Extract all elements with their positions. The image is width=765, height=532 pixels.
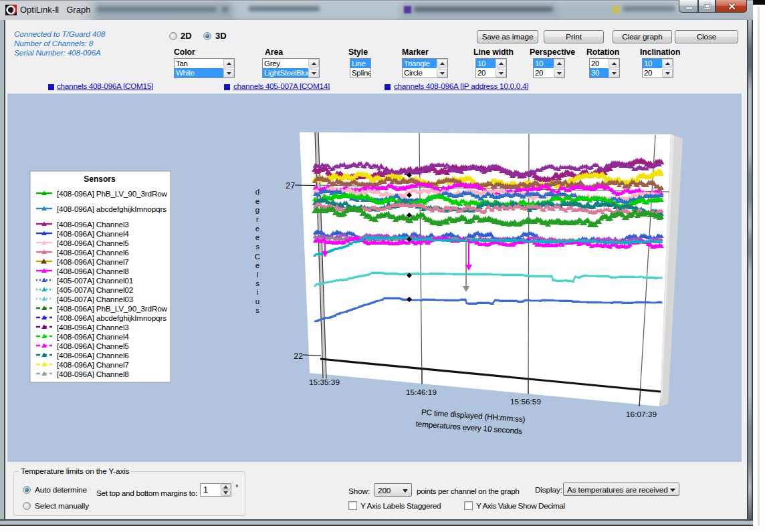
svg-text:[408-096A] Channel5: [408-096A] Channel5 — [57, 342, 129, 351]
svg-text:15:35:39: 15:35:39 — [309, 378, 340, 387]
svg-text:16:07:39: 16:07:39 — [626, 410, 657, 419]
svg-text:22: 22 — [294, 352, 303, 361]
svg-text:[408-096A] Channel3: [408-096A] Channel3 — [57, 220, 129, 229]
svg-text:g: g — [255, 206, 259, 214]
svg-text:[408-096A] abcdefghijkImnopqrs: [408-096A] abcdefghijkImnopqrs — [57, 205, 167, 214]
svg-text:u: u — [255, 297, 259, 305]
svg-text:15:56:59: 15:56:59 — [510, 397, 541, 406]
svg-text:[408-096A] Channel7: [408-096A] Channel7 — [57, 360, 129, 370]
svg-text:d: d — [255, 188, 259, 196]
svg-text:Sensors: Sensors — [84, 174, 116, 184]
svg-text:C: C — [255, 253, 260, 261]
svg-text:[408-096A] PhB_LV_90_3rdRow: [408-096A] PhB_LV_90_3rdRow — [57, 304, 168, 313]
svg-text:[408-096A] Channel6: [408-096A] Channel6 — [57, 248, 129, 257]
svg-text:[408-096A] Channel6: [408-096A] Channel6 — [57, 351, 129, 360]
svg-text:e: e — [255, 233, 259, 241]
svg-text:e: e — [255, 197, 259, 205]
svg-text:[408-096A] abcdefghijkImnopqrs: [408-096A] abcdefghijkImnopqrs — [57, 313, 167, 323]
svg-text:[408-096A] Channel8: [408-096A] Channel8 — [57, 370, 129, 379]
svg-text:l: l — [257, 271, 259, 279]
svg-text:r: r — [256, 215, 259, 223]
svg-text:s: s — [255, 243, 259, 251]
svg-text:[405-007A] Channel03: [405-007A] Channel03 — [57, 295, 134, 304]
svg-text:s: s — [255, 306, 259, 314]
svg-text:e: e — [255, 261, 259, 269]
svg-text:[408-096A] PhB_LV_90_3rdRow: [408-096A] PhB_LV_90_3rdRow — [57, 189, 168, 198]
svg-text:[405-007A] Channel02: [405-007A] Channel02 — [57, 285, 133, 295]
svg-text:s: s — [255, 279, 259, 287]
svg-text:[408-096A] Channel4: [408-096A] Channel4 — [57, 229, 129, 239]
svg-text:e: e — [255, 225, 259, 233]
svg-text:i: i — [257, 288, 259, 296]
svg-text:15:46:19: 15:46:19 — [406, 388, 437, 397]
svg-text:[408-096A] Channel7: [408-096A] Channel7 — [57, 257, 129, 267]
svg-text:[408-096A] Channel3: [408-096A] Channel3 — [57, 323, 129, 332]
svg-text:[405-007A] Channel01: [405-007A] Channel01 — [57, 276, 133, 285]
svg-text:[408-096A] Channel4: [408-096A] Channel4 — [57, 332, 129, 342]
svg-text:27: 27 — [286, 181, 295, 190]
svg-text:[408-096A] Channel8: [408-096A] Channel8 — [57, 267, 129, 276]
svg-text:[408-096A] Channel5: [408-096A] Channel5 — [57, 239, 129, 248]
